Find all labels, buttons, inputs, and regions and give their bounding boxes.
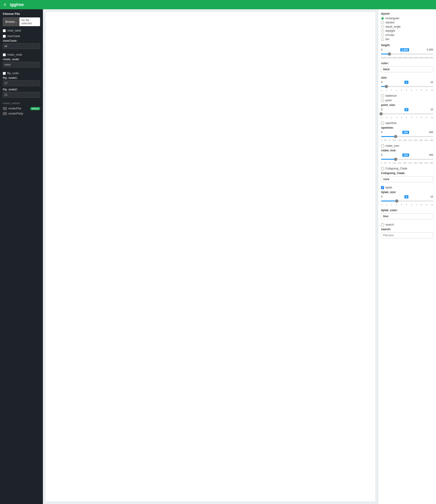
rotate-tree-fill — [381, 159, 396, 160]
opentree-value: 100 — [402, 131, 409, 134]
tiplab-size-section: tiplab_size: 0 3 10 012345678910 — [381, 190, 433, 206]
point-size-label: point_size: — [381, 103, 433, 107]
tiplab-size-label: tiplab_size: — [381, 190, 433, 194]
height-thumb[interactable] — [388, 52, 391, 56]
flip-node-checkbox[interactable] — [3, 72, 6, 75]
node-label-checkbox[interactable] — [3, 29, 6, 32]
layout-fan: fan — [381, 37, 433, 41]
size-track — [381, 86, 433, 87]
menu-icon[interactable]: ≡ — [4, 2, 6, 7]
layout-slanted-label: slanted — [385, 21, 394, 24]
layout-slanted: slanted — [381, 21, 433, 24]
layout-fan-radio[interactable] — [381, 38, 384, 41]
tiplab-size-thumb[interactable] — [395, 199, 399, 203]
node-label-section: node_label: — [3, 29, 40, 32]
layout-daylight-radio[interactable] — [381, 29, 384, 32]
search-checkbox[interactable] — [381, 223, 384, 226]
point-checkbox[interactable] — [381, 99, 384, 102]
view-clade-checkbox-row: viewClade — [3, 35, 40, 38]
point-size-slider[interactable] — [381, 112, 433, 116]
point-size-values-row: 0 0 10 — [381, 108, 433, 111]
flip-node2-input[interactable] — [3, 92, 40, 98]
size-label: size: — [381, 76, 433, 79]
rotate-node-input[interactable] — [3, 62, 40, 67]
layout-fan-label: fan — [385, 37, 389, 41]
opentree-slider-container: 0 100 360 03672108144180216252288324360 — [381, 131, 433, 141]
render-plotly-item[interactable]: renderPlotly — [3, 111, 40, 116]
file-name-display: No file selected — [19, 17, 40, 26]
collapsing-clade-label: Collapsing_Clade: — [381, 171, 433, 175]
view-clade-input[interactable] — [3, 43, 40, 49]
ladderize-row: ladderize — [381, 94, 433, 97]
size-min: 0 — [381, 81, 382, 84]
collapsing-clade-checkbox-label: Collapsing_Clade — [385, 167, 407, 170]
opentree-checkbox-row: opentree: — [381, 121, 433, 125]
layout-slanted-radio[interactable] — [381, 21, 384, 24]
height-slider[interactable] — [381, 52, 433, 56]
render-plot-item[interactable]: renderPlot default — [3, 106, 40, 111]
node-label-text: node_label: — [7, 29, 22, 32]
layout-circular: circular — [381, 33, 433, 37]
layout-equal-angle-radio[interactable] — [381, 25, 384, 28]
rotate-tree-thumb[interactable] — [394, 158, 397, 161]
size-max: 10 — [430, 81, 433, 84]
flip-node1-input[interactable] — [3, 81, 40, 86]
flip-node2-label: flip_node2: — [3, 88, 40, 91]
point-size-track — [381, 113, 433, 114]
layout-rectangular: rectangular — [381, 17, 433, 20]
tiplab-size-slider[interactable] — [381, 199, 433, 203]
render-plot-label: renderPlot — [8, 107, 21, 110]
tiplab-size-slider-container: 0 3 10 012345678910 — [381, 195, 433, 206]
sidebar: Choose File Browse... No file selected n… — [0, 9, 43, 504]
tiplab-color-input[interactable] — [381, 213, 433, 219]
layout-circular-radio[interactable] — [381, 34, 384, 37]
search-input[interactable] — [381, 232, 433, 238]
flip-node-checkbox-row: flip_node: — [3, 72, 40, 75]
point-size-min: 0 — [381, 108, 382, 111]
rotate-tree-slider-container: 0 100 360 03672108144180216252288324360 — [381, 153, 433, 164]
search-label: search: — [381, 228, 433, 231]
height-label: height: — [381, 44, 433, 47]
render-plot-icon — [3, 107, 7, 110]
point-size-section: point_size: 0 0 10 012345678910 — [381, 103, 433, 119]
collapsing-clade-checkbox[interactable] — [381, 167, 384, 170]
color-input[interactable] — [381, 66, 433, 72]
file-input-row: Browse... No file selected — [3, 17, 40, 26]
point-row: point — [381, 99, 433, 102]
rotate-tree-slider[interactable] — [381, 157, 433, 161]
ladderize-label: ladderize — [385, 94, 397, 97]
point-size-thumb[interactable] — [379, 112, 383, 116]
height-ticks: 05001,0001,5002,0002,5003,0003,5004,0004… — [381, 57, 433, 59]
render-plotly-label: renderPlotly — [8, 112, 23, 115]
point-size-slider-container: 0 0 10 012345678910 — [381, 108, 433, 119]
browse-button[interactable]: Browse... — [3, 17, 19, 26]
tiplab-size-ticks: 012345678910 — [381, 204, 433, 206]
opentree-slider[interactable] — [381, 135, 433, 139]
point-size-max: 10 — [430, 108, 433, 111]
layout-daylight: daylight — [381, 29, 433, 32]
color-label: color: — [381, 62, 433, 65]
search-section: search: — [381, 228, 433, 239]
point-size-value: 0 — [404, 108, 408, 111]
opentree-checkbox[interactable] — [381, 122, 384, 125]
tiplab-checkbox[interactable] — [381, 186, 384, 189]
flip-node-section: flip_node: flip_node1: flip_node2: — [3, 72, 40, 99]
size-slider[interactable] — [381, 84, 433, 89]
rotate-tree-checkbox[interactable] — [381, 144, 384, 147]
rotate-node-checkbox[interactable] — [3, 53, 6, 56]
view-clade-label: viewClade: — [3, 39, 40, 42]
tiplab-size-fill — [381, 200, 397, 201]
view-clade-checkbox[interactable] — [3, 35, 6, 38]
main-canvas — [45, 12, 376, 502]
node-label-row: node_label: — [3, 29, 40, 32]
ladderize-checkbox[interactable] — [381, 94, 384, 97]
rotate-node-checkbox-row: rotate_node — [3, 53, 40, 56]
app-title: iggtree — [10, 2, 24, 7]
rotate-tree-ticks: 03672108144180216252288324360 — [381, 162, 433, 164]
output-method-label: output_method — [3, 102, 40, 105]
view-clade-text: viewClade — [7, 35, 20, 38]
size-thumb[interactable] — [385, 85, 388, 88]
layout-rectangular-radio[interactable] — [381, 17, 384, 20]
opentree-thumb[interactable] — [394, 135, 397, 138]
collapsing-clade-input[interactable] — [381, 176, 433, 182]
